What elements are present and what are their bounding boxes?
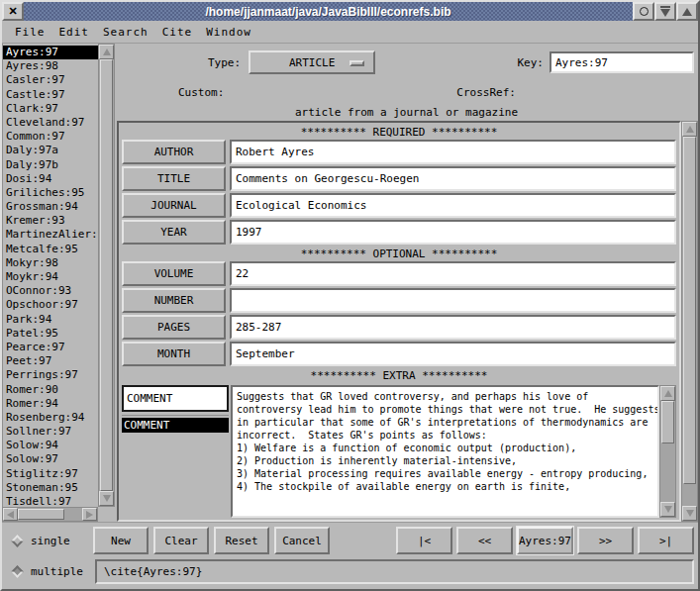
- menu-file[interactable]: File: [15, 26, 46, 39]
- current-record-button[interactable]: Ayres:97: [517, 527, 573, 554]
- previous-record-button[interactable]: <<: [456, 527, 513, 554]
- scroll-down-button[interactable]: [660, 502, 675, 517]
- clear-button[interactable]: Clear: [153, 527, 209, 554]
- list-item[interactable]: Griliches:95: [3, 186, 98, 200]
- field-row: JOURNALEcological Economics: [122, 193, 676, 218]
- list-item[interactable]: MartinezAlier:97: [3, 228, 98, 242]
- list-item[interactable]: Stoneman:95: [3, 481, 98, 495]
- iconify-button[interactable]: [654, 2, 676, 21]
- sidebar-vertical-scrollbar[interactable]: [98, 44, 115, 507]
- list-item[interactable]: Grossman:94: [3, 200, 98, 214]
- list-item[interactable]: Romer:94: [3, 397, 98, 411]
- list-item[interactable]: Dosi:94: [3, 172, 98, 186]
- scroll-up-button[interactable]: [660, 386, 675, 401]
- list-item[interactable]: Daly:97a: [3, 144, 98, 157]
- scroll-up-icon: [103, 49, 111, 55]
- type-option-menu[interactable]: ARTICLE: [249, 50, 375, 74]
- list-item[interactable]: Mokyr:98: [3, 256, 98, 270]
- list-item[interactable]: Pearce:97: [3, 341, 98, 354]
- reference-key-list: Ayres:97Ayres:98Casler:97Castle:97Clark:…: [2, 44, 98, 507]
- new-button[interactable]: New: [93, 527, 149, 554]
- list-item[interactable]: Ayres:98: [3, 59, 98, 73]
- comment-textarea[interactable]: Suggests that GR loved controversy, and …: [231, 385, 659, 518]
- list-item[interactable]: Castle:97: [3, 88, 98, 102]
- field-input-author[interactable]: Robert Ayres: [230, 140, 676, 164]
- list-item[interactable]: OConnor:93: [3, 284, 98, 298]
- main-vertical-scrollbar[interactable]: [681, 121, 698, 522]
- option-menu-indicator-icon: [350, 60, 364, 66]
- list-item[interactable]: Peet:97: [3, 354, 98, 368]
- cite-mode-multiple[interactable]: multiple: [6, 565, 93, 578]
- list-item[interactable]: Romer:90: [3, 383, 98, 397]
- field-label-button-title[interactable]: TITLE: [122, 166, 226, 191]
- field-row: AUTHORRobert Ayres: [122, 140, 676, 164]
- field-input-pages[interactable]: 285-287: [230, 315, 676, 340]
- extra-field-name-input[interactable]: COMMENT: [122, 385, 229, 412]
- last-record-button[interactable]: >|: [638, 527, 694, 554]
- field-input-journal[interactable]: Ecological Economics: [230, 193, 676, 218]
- required-fields: AUTHORRobert AyresTITLEComments on Georg…: [122, 140, 676, 246]
- scroll-up-button[interactable]: [682, 122, 697, 137]
- field-label-button-volume[interactable]: VOLUME: [122, 261, 226, 286]
- menu-search[interactable]: Search: [103, 26, 149, 39]
- scroll-right-button[interactable]: [82, 508, 97, 521]
- list-item[interactable]: Solow:94: [3, 439, 98, 452]
- list-item[interactable]: Tisdell:97: [3, 495, 98, 507]
- menu-window[interactable]: Window: [206, 26, 251, 39]
- cite-string-input[interactable]: \cite{Ayres:97}: [95, 559, 694, 584]
- list-item[interactable]: Ayres:97: [3, 46, 98, 59]
- extra-field-list-item[interactable]: COMMENT: [122, 418, 229, 433]
- list-item[interactable]: Clark:97: [3, 102, 98, 116]
- scroll-down-button[interactable]: [682, 506, 697, 521]
- field-label-button-pages[interactable]: PAGES: [122, 315, 226, 340]
- next-record-button[interactable]: >>: [577, 527, 634, 554]
- list-item[interactable]: Daly:97b: [3, 158, 98, 172]
- list-item[interactable]: Park:94: [3, 313, 98, 327]
- field-input-month[interactable]: September: [230, 342, 676, 366]
- field-input-title[interactable]: Comments on Georgescu-Roegen: [230, 166, 676, 191]
- reset-button[interactable]: Reset: [214, 527, 269, 554]
- field-label-button-year[interactable]: YEAR: [122, 220, 226, 245]
- scroll-down-icon: [103, 495, 111, 502]
- close-button[interactable]: ✕: [2, 2, 24, 21]
- comment-vertical-scrollbar[interactable]: [659, 385, 676, 518]
- scrollbar-thumb[interactable]: [661, 401, 674, 443]
- field-label-button-author[interactable]: AUTHOR: [122, 140, 226, 164]
- list-item[interactable]: Metcalfe:95: [3, 243, 98, 256]
- single-radio-icon[interactable]: [11, 535, 24, 547]
- multiple-radio-icon[interactable]: [11, 565, 24, 578]
- maximize-button[interactable]: [676, 2, 698, 21]
- key-input[interactable]: Ayres:97: [550, 51, 694, 73]
- list-item[interactable]: Sollner:97: [3, 425, 98, 439]
- scroll-up-button[interactable]: [99, 45, 114, 59]
- cite-mode-single[interactable]: single: [6, 535, 93, 547]
- scrollbar-thumb[interactable]: [683, 137, 696, 484]
- list-item[interactable]: Opschoor:97: [3, 298, 98, 312]
- list-item[interactable]: Perrings:97: [3, 368, 98, 382]
- scroll-down-button[interactable]: [99, 491, 114, 506]
- field-label-button-journal[interactable]: JOURNAL: [122, 193, 226, 218]
- menu-cite[interactable]: Cite: [162, 26, 193, 39]
- list-item[interactable]: Rosenberg:94: [3, 411, 98, 425]
- field-input-number[interactable]: [230, 288, 676, 313]
- cancel-button[interactable]: Cancel: [274, 527, 330, 554]
- first-record-button[interactable]: |<: [396, 527, 452, 554]
- list-item[interactable]: Cleveland:97: [3, 116, 98, 130]
- field-input-volume[interactable]: 22: [230, 261, 676, 286]
- scrollbar-thumb[interactable]: [18, 509, 64, 520]
- sidebar-horizontal-scrollbar[interactable]: [2, 507, 98, 522]
- menu-edit[interactable]: Edit: [59, 26, 90, 39]
- list-item[interactable]: Stiglitz:97: [3, 467, 98, 481]
- list-item[interactable]: Casler:97: [3, 73, 98, 87]
- list-item[interactable]: Solow:97: [3, 452, 98, 466]
- list-item[interactable]: Kremer:93: [3, 214, 98, 228]
- list-item[interactable]: Moykr:94: [3, 270, 98, 284]
- scrollbar-thumb[interactable]: [100, 59, 113, 491]
- list-item[interactable]: Patel:95: [3, 327, 98, 341]
- list-item[interactable]: Common:97: [3, 130, 98, 144]
- wm-menu-button[interactable]: [633, 2, 654, 21]
- scroll-left-button[interactable]: [3, 508, 18, 521]
- field-label-button-number[interactable]: NUMBER: [122, 288, 226, 313]
- field-label-button-month[interactable]: MONTH: [122, 342, 226, 366]
- field-input-year[interactable]: 1997: [230, 220, 676, 245]
